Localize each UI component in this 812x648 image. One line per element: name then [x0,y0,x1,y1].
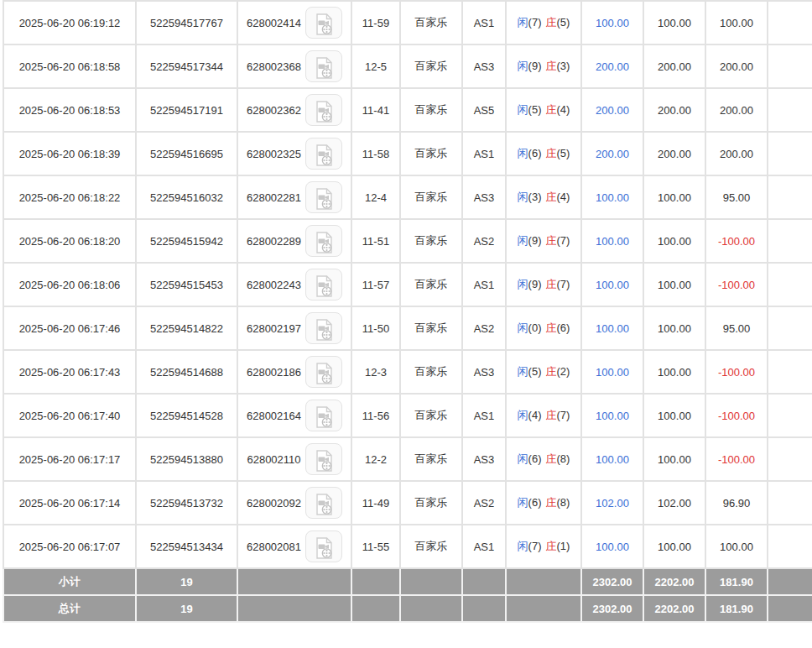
cell-round: 11-56 [351,394,400,437]
cell-bet-time: 2025-06-20 06:17:14 [3,481,136,525]
video-replay-button[interactable] [305,181,342,213]
cell-bet-id: 522594517191 [136,88,237,132]
round-number: 11-50 [362,322,389,335]
video-film-icon [311,12,336,37]
cell-valid-amount: 200.00 [643,44,705,88]
bet-amount-link[interactable]: 200.00 [596,104,629,117]
bet-amount-link[interactable]: 200.00 [596,60,629,73]
cell-valid-amount: 102.00 [643,481,705,525]
round-number: 12-4 [365,191,387,204]
video-replay-button[interactable] [305,356,342,388]
cell-table-name: AS1 [462,1,506,44]
table-name: AS1 [474,410,495,422]
bet-time: 2025-06-20 06:18:22 [19,191,121,204]
player-result: 闲(4) [518,408,542,423]
video-replay-button[interactable] [305,312,342,344]
player-points: (3) [528,191,542,203]
win-loss-amount: -100.00 [718,366,755,379]
cell-table-name: AS5 [462,88,506,132]
player-result: 闲(7) [518,15,542,30]
bet-amount-link[interactable]: 100.00 [596,17,629,29]
valid-amount: 200.00 [658,60,691,73]
video-replay-button[interactable] [305,530,342,562]
cell-valid-amount: 100.00 [643,306,705,350]
video-replay-button[interactable] [305,94,342,126]
cell-result: 闲(5)庄(2) [506,350,581,394]
banker-label: 庄 [546,496,557,509]
game-no: 628002110 [247,453,300,466]
bet-amount-link[interactable]: 100.00 [596,366,629,379]
video-replay-button[interactable] [305,7,342,39]
cell-result: 闲(7)庄(5) [506,1,581,44]
game-no: 628002186 [247,366,301,379]
player-label: 闲 [518,321,528,334]
video-film-icon [311,361,336,386]
table-row: 2025-06-20 06:17:43 522594514688 6280021… [3,350,812,394]
cell-game-name: 百家乐 [400,175,462,219]
cell-win-loss: 95.00 [705,175,768,219]
video-replay-button[interactable] [305,225,342,257]
cell-round: 11-59 [351,1,400,44]
cell-valid-amount: 100.00 [643,350,705,394]
summary-count: 19 [180,603,192,615]
valid-amount: 100.00 [658,366,691,379]
game-name: 百家乐 [415,147,448,159]
cell-bet-id: 522594513434 [136,525,237,568]
bet-id: 522594517344 [150,60,223,73]
cell-game-no: 628002186 [237,350,351,394]
cell-round: 12-5 [351,44,400,88]
bet-time: 2025-06-20 06:17:46 [19,322,121,335]
cell-result: 闲(9)庄(3) [506,44,581,88]
bet-amount-link[interactable]: 102.00 [596,497,629,510]
video-replay-button[interactable] [305,487,342,519]
banker-label: 庄 [546,16,557,29]
video-film-icon [311,55,336,81]
cell-bet-amount: 100.00 [581,175,643,219]
video-replay-button[interactable] [305,443,342,475]
game-no: 628002362 [247,104,301,117]
banker-points: (8) [557,452,570,465]
video-replay-button[interactable] [305,269,342,300]
cell-bet-time: 2025-06-20 06:17:17 [3,437,136,481]
bet-amount-link[interactable]: 100.00 [596,235,629,248]
bet-amount-link[interactable]: 100.00 [596,322,629,335]
bet-id: 522594515942 [150,235,223,248]
table-row: 2025-06-20 06:18:22 522594516032 6280022… [3,175,812,219]
cell-table-name: AS2 [462,481,506,525]
player-points: (9) [528,60,542,72]
bet-amount-link[interactable]: 100.00 [596,410,629,422]
bet-amount-link[interactable]: 200.00 [596,148,629,160]
cell-valid-amount: 200.00 [643,132,705,175]
cell-summary-winloss: 181.90 [705,595,768,622]
valid-amount: 100.00 [658,191,691,204]
video-replay-button[interactable] [305,50,342,82]
cell-extra [768,350,812,394]
win-loss-amount: 96.90 [723,497,751,510]
bet-id: 522594513732 [150,497,223,510]
cell-win-loss: 200.00 [705,88,768,132]
cell-bet-id: 522594516032 [136,175,237,219]
table-name: AS3 [474,191,495,204]
bet-amount-link[interactable]: 100.00 [596,191,629,204]
bet-amount-link[interactable]: 100.00 [596,541,629,553]
video-replay-button[interactable] [305,400,342,431]
video-film-icon [311,230,336,255]
player-label: 闲 [518,409,528,421]
cell-round: 11-41 [351,88,400,132]
video-replay-button[interactable] [305,138,342,170]
table-row: 2025-06-20 06:18:06 522594515453 6280022… [3,263,812,306]
table-name: AS5 [474,104,495,117]
cell-result: 闲(6)庄(8) [506,437,581,481]
cell-bet-time: 2025-06-20 06:19:12 [3,1,136,44]
table-name: AS1 [474,17,495,29]
bet-amount-link[interactable]: 100.00 [596,453,629,466]
table-name: AS3 [474,60,495,73]
cell-game-no: 628002289 [237,219,351,263]
cell-round: 11-58 [351,132,400,175]
table-name: AS2 [474,235,495,248]
summary-row: 总计 19 2302.00 2202.00 181.90 [3,595,812,622]
summary-row: 小计 19 2302.00 2202.00 181.90 [3,568,812,595]
table-name: AS3 [474,453,495,466]
cell-round: 11-50 [351,306,400,350]
bet-amount-link[interactable]: 100.00 [596,279,629,291]
